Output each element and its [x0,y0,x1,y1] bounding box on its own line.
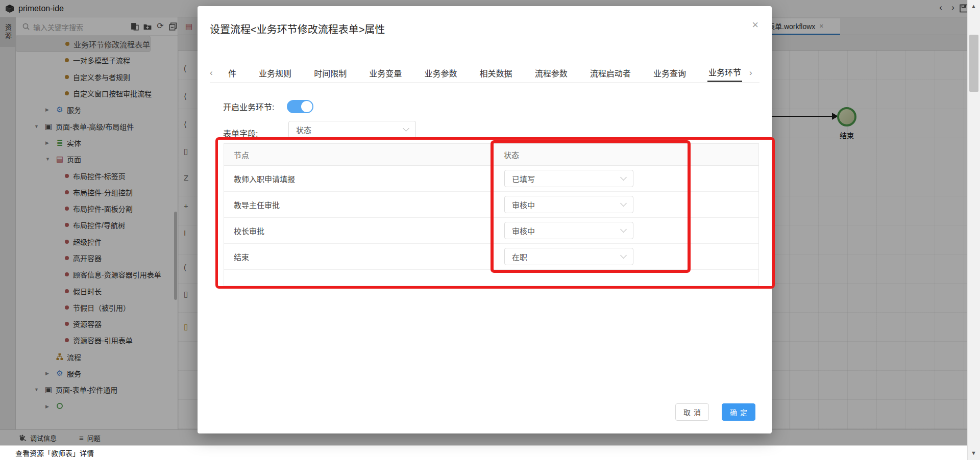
table-row: 校长审批 审核中 [224,218,758,244]
status-text: 查看资源「教师表」详情 [15,448,94,458]
table-header-row: 节点 状态 [224,144,758,166]
ok-button[interactable]: 确定 [722,403,755,421]
dialog-close-icon[interactable]: × [752,18,758,32]
header-node: 节点 [224,149,504,160]
vertical-scrollbar[interactable]: ▲ ▼ [967,0,980,460]
tab-time-limit[interactable]: 时间限制 [313,63,348,82]
chevron-down-icon [403,125,409,132]
chevron-down-icon [620,200,627,207]
tab-business-stage[interactable]: 业务环节 [707,63,742,82]
chevron-down-icon [620,252,627,259]
tab-business-variables[interactable]: 业务变量 [368,63,403,82]
scroll-up-icon[interactable]: ▲ [971,3,976,9]
tab-business-rules[interactable]: 业务规则 [258,63,292,82]
cancel-button[interactable]: 取消 [675,403,709,421]
toggle-row: 开启业务环节: [223,100,274,113]
header-status: 状态 [504,149,708,160]
status-select[interactable]: 审核中 [504,196,633,213]
chevron-down-icon [620,174,627,181]
tab-process-params[interactable]: 流程参数 [534,63,569,82]
toggle-label: 开启业务环节: [223,100,274,113]
tab-business-params[interactable]: 业务参数 [423,63,458,82]
form-field-select[interactable]: 状态 [288,121,416,138]
dialog-tab-bar: ‹ 件 业务规则 时间限制 业务变量 业务参数 相关数据 流程参数 流程启动者 … [210,63,760,83]
scrollbar-thumb[interactable] [969,35,978,92]
tab-partial[interactable]: 件 [227,63,237,82]
status-select[interactable]: 审核中 [504,222,633,239]
tab-business-query[interactable]: 业务查询 [652,63,687,82]
table-row: 教导主任审批 审核中 [224,192,758,218]
tab-process-starter[interactable]: 流程启动者 [589,63,632,82]
table-row: 教师入职申请填报 已填写 [224,166,758,192]
application-window: primeton-ide ‹ › 资源 输入关键字搜索 [0,0,980,460]
chevron-down-icon [620,226,627,233]
tabs-scroll-left-icon[interactable]: ‹ [210,63,220,82]
tab-related-data[interactable]: 相关数据 [479,63,513,82]
scroll-down-icon[interactable]: ▼ [971,450,976,456]
process-properties-dialog: 设置流程<业务环节修改流程表单>属性 × ‹ 件 业务规则 时间限制 业务变量 … [198,6,772,433]
field-label: 表单字段: [223,127,258,139]
status-select[interactable]: 已填写 [504,170,633,187]
status-bar: 查看资源「教师表」详情 [0,445,967,460]
field-row: 表单字段: [223,124,258,142]
stage-status-table: 节点 状态 教师入职申请填报 已填写 教导主任审批 审核中 校长审批 审核中 结… [224,143,759,286]
enable-stage-toggle[interactable] [287,100,313,113]
tabs-scroll-right-icon[interactable]: › [749,63,760,82]
status-select[interactable]: 在职 [504,248,633,265]
dialog-title: 设置流程<业务环节修改流程表单>属性 [210,21,385,36]
table-row: 结束 在职 [224,244,758,270]
